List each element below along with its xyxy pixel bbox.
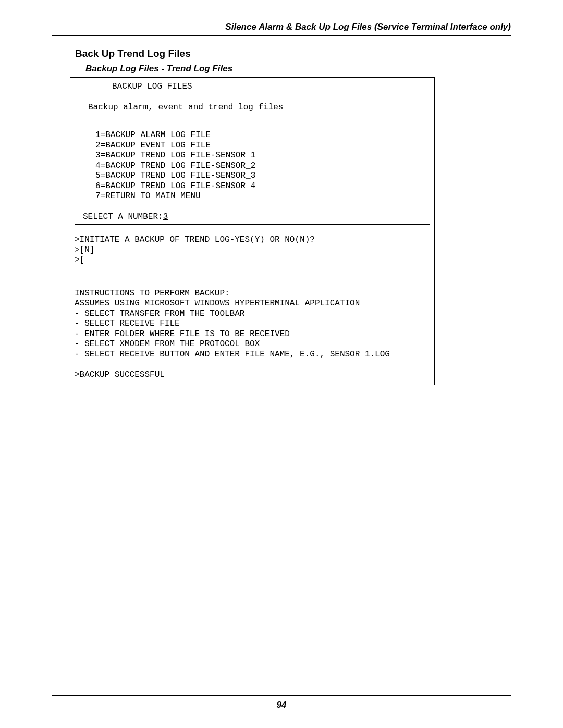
menu-option: 6=BACKUP TREND LOG FILE-SENSOR_4 [75,181,430,192]
select-prompt: SELECT A NUMBER: [83,212,163,221]
footer-rule [52,695,511,696]
dialog-line: >INITIATE A BACKUP OF TREND LOG-YES(Y) O… [75,235,430,245]
menu-option: 1=BACKUP ALARM LOG FILE [75,130,430,141]
instruction-line: - SELECT XMODEM FROM THE PROTOCOL BOX [75,339,430,350]
menu-option: 3=BACKUP TREND LOG FILE-SENSOR_1 [75,151,430,161]
section-subheading: Backup Log Files - Trend Log Files [85,64,511,74]
terminal-output-box: BACKUP LOG FILES Backup alarm, event and… [70,77,435,385]
instruction-line: - SELECT RECEIVE BUTTON AND ENTER FILE N… [75,350,430,360]
menu-option: 4=BACKUP TREND LOG FILE-SENSOR_2 [75,161,430,171]
instruction-line: INSTRUCTIONS TO PERFORM BACKUP: [75,289,430,299]
header-rule [52,35,511,36]
instruction-line: - SELECT RECEIVE FILE [75,319,430,329]
terminal-title: BACKUP LOG FILES [75,82,430,92]
document-page: Silence Alarm & Back Up Log Files (Servi… [0,0,563,728]
select-prompt-line: SELECT A NUMBER:3 [75,212,430,223]
terminal-description: Backup alarm, event and trend log files [75,103,430,113]
instruction-line: - SELECT TRANSFER FROM THE TOOLBAR [75,309,430,319]
section-heading: Back Up Trend Log Files [75,48,511,59]
instruction-line: - ENTER FOLDER WHERE FILE IS TO BE RECEI… [75,329,430,340]
select-input: 3 [163,212,168,221]
result-line: >BACKUP SUCCESSFUL [75,370,430,380]
dialog-line: >[N] [75,245,430,256]
menu-option: 7=RETURN TO MAIN MENU [75,191,430,202]
menu-option: 5=BACKUP TREND LOG FILE-SENSOR_3 [75,171,430,181]
page-footer: 94 [52,695,511,710]
page-number: 94 [52,700,511,710]
terminal-separator [75,224,430,225]
dialog-line: >[ [75,255,430,266]
instruction-line: ASSUMES USING MICROSOFT WINDOWS HYPERTER… [75,299,430,309]
menu-option: 2=BACKUP EVENT LOG FILE [75,141,430,151]
running-header: Silence Alarm & Back Up Log Files (Servi… [52,22,511,34]
